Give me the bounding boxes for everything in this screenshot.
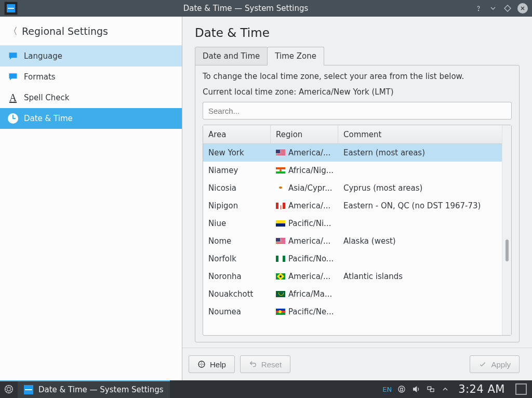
volume-icon[interactable] [411, 384, 421, 394]
search-input[interactable] [208, 107, 506, 115]
reset-button[interactable]: Reset [240, 355, 290, 373]
apply-button[interactable]: Apply [470, 355, 520, 373]
cell-area: Noronha [203, 272, 271, 281]
scrollbar[interactable] [502, 125, 511, 335]
help-icon [197, 360, 206, 368]
check-icon [478, 360, 487, 368]
tab-date-and-time[interactable]: Date and Time [195, 47, 268, 65]
sidebar-item-datetime[interactable]: Date & Time [0, 108, 182, 129]
flag-icon [276, 150, 285, 156]
content-area: Date & Time Date and Time Time Zone To c… [182, 17, 532, 380]
taskbar: Date & Time — System Settings EN 3:24 AM [0, 380, 532, 398]
table-row[interactable]: NiameyAfrica/Nig... [203, 162, 502, 179]
clipboard-icon[interactable] [397, 384, 406, 394]
sidebar-item-spellcheck[interactable]: A Spell Check [0, 87, 182, 108]
tab-bar: Date and Time Time Zone [195, 47, 520, 65]
close-icon[interactable] [517, 3, 528, 14]
show-desktop-button[interactable] [515, 383, 527, 395]
sidebar-item-label: Spell Check [24, 93, 70, 102]
sidebar: 〈 Regional Settings Language Formats A S… [0, 17, 182, 380]
flag-icon [276, 309, 285, 315]
button-label: Help [210, 360, 226, 369]
cell-comment: Eastern (most areas) [338, 148, 502, 157]
svg-point-3 [7, 388, 11, 391]
clock-icon [7, 113, 19, 124]
flag-icon [276, 203, 285, 209]
header-comment[interactable]: Comment [338, 125, 502, 143]
tray-expand-icon[interactable] [441, 384, 450, 394]
header-area[interactable]: Area [203, 125, 271, 143]
cell-region: Africa/Ma... [271, 289, 338, 299]
cell-area: Niue [203, 219, 271, 228]
window-titlebar: Date & Time — System Settings [0, 0, 532, 17]
cell-comment: Alaska (west) [338, 236, 502, 246]
cell-area: Norfolk [203, 254, 271, 263]
spellcheck-icon: A [7, 92, 19, 103]
scrollbar-thumb[interactable] [506, 240, 509, 261]
maximize-icon[interactable] [503, 4, 512, 13]
table-row[interactable]: NorfolkPacific/No... [203, 250, 502, 268]
help-button[interactable]: Help [189, 355, 235, 373]
flag-icon [276, 256, 285, 262]
sidebar-item-language[interactable]: Language [0, 46, 182, 67]
current-timezone-text: Current local time zone: America/New Yor… [203, 87, 512, 97]
table-row[interactable]: NipigonAmerica/...Eastern - ON, QC (no D… [203, 197, 502, 215]
table-row[interactable]: NomeAmerica/...Alaska (west) [203, 232, 502, 250]
page-title: Date & Time [195, 26, 520, 39]
flag-icon [276, 167, 285, 174]
sidebar-item-formats[interactable]: Formats [0, 67, 182, 87]
sidebar-title: Regional Settings [22, 25, 108, 37]
svg-point-4 [398, 386, 405, 392]
cell-region: America/... [271, 272, 338, 281]
window-title: Date & Time — System Settings [18, 4, 474, 13]
table-row[interactable]: NoumeaPacific/Ne... [203, 303, 502, 321]
cell-region: America/... [271, 148, 338, 157]
sidebar-back-button[interactable]: 〈 Regional Settings [0, 17, 182, 46]
cell-region: Africa/Nig... [271, 166, 338, 175]
cell-region: America/... [271, 236, 338, 246]
flag-icon [276, 238, 285, 244]
task-label: Date & Time — System Settings [38, 385, 164, 394]
timezone-table: Area Region Comment New YorkAmerica/...E… [203, 125, 502, 335]
cell-region: Pacific/No... [271, 254, 338, 263]
cell-comment: Eastern - ON, QC (no DST 1967-73) [338, 201, 502, 210]
button-label: Apply [491, 360, 511, 369]
flag-icon [276, 273, 285, 280]
button-row: Help Reset Apply [182, 348, 532, 380]
flag-icon [276, 185, 285, 191]
sidebar-item-label: Date & Time [24, 114, 73, 123]
table-header: Area Region Comment [203, 125, 502, 144]
timezone-panel: To change the local time zone, select yo… [195, 65, 520, 342]
header-region[interactable]: Region [271, 125, 338, 143]
cell-area: Nicosia [203, 183, 271, 193]
start-button[interactable] [0, 380, 18, 398]
flag-icon [276, 220, 285, 227]
task-item[interactable]: Date & Time — System Settings [18, 380, 170, 398]
table-row[interactable]: NiuePacific/Ni... [203, 215, 502, 232]
cell-area: Niamey [203, 166, 271, 175]
instruction-text: To change the local time zone, select yo… [203, 72, 512, 81]
cell-area: Nouakchott [203, 289, 271, 299]
cell-area: Noumea [203, 307, 271, 316]
keyboard-layout-indicator[interactable]: EN [382, 386, 392, 393]
table-row[interactable]: NoronhaAmerica/...Atlantic islands [203, 268, 502, 285]
undo-icon [249, 360, 257, 368]
cell-region: Asia/Cypr... [271, 183, 338, 193]
search-input-wrapper[interactable] [203, 102, 512, 120]
tab-time-zone[interactable]: Time Zone [267, 47, 324, 65]
svg-point-0 [478, 10, 478, 10]
network-icon[interactable] [426, 384, 435, 394]
cell-area: Nome [203, 236, 271, 246]
cell-area: Nipigon [203, 201, 271, 210]
cell-comment: Atlantic islands [338, 272, 502, 281]
minimize-icon[interactable] [488, 4, 498, 13]
help-icon[interactable] [474, 4, 483, 13]
table-row[interactable]: New YorkAmerica/...Eastern (most areas) [203, 144, 502, 162]
cell-region: Pacific/Ne... [271, 307, 338, 316]
cell-region: Pacific/Ni... [271, 219, 338, 228]
table-row[interactable]: NicosiaAsia/Cypr...Cyprus (most areas) [203, 179, 502, 197]
table-row[interactable]: NouakchottAfrica/Ma... [203, 285, 502, 303]
clock[interactable]: 3:24 AM [455, 383, 508, 395]
flag-icon [276, 291, 285, 297]
cell-comment: Cyprus (most areas) [338, 183, 502, 193]
